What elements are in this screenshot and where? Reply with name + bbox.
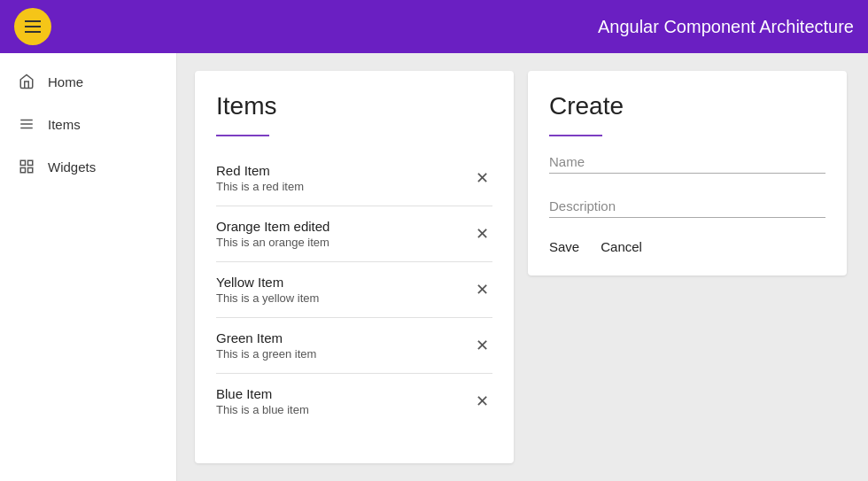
item-text-blue: Blue Item This is a blue item [216, 386, 309, 416]
item-text-yellow: Yellow Item This is a yellow item [216, 275, 319, 305]
svg-rect-4 [28, 160, 33, 165]
item-text-red: Red Item This is a red item [216, 163, 304, 193]
list-item: Green Item This is a green item ✕ [216, 318, 492, 374]
item-desc: This is a green item [216, 347, 316, 361]
menu-button[interactable] [14, 8, 51, 45]
create-panel: Create Save Cancel [528, 71, 847, 275]
main-layout: Home Items Widgets [0, 53, 868, 481]
item-name: Orange Item edited [216, 219, 329, 234]
desc-field-group [549, 195, 825, 218]
item-name: Yellow Item [216, 275, 319, 290]
description-input[interactable] [549, 195, 825, 218]
svg-rect-6 [28, 168, 33, 173]
list-item: Red Item This is a red item ✕ [216, 151, 492, 206]
name-field-group [549, 151, 825, 174]
sidebar-items-label: Items [48, 117, 81, 132]
sidebar: Home Items Widgets [0, 53, 177, 481]
home-icon [18, 73, 35, 90]
menu-icon [25, 26, 41, 27]
item-desc: This is a yellow item [216, 291, 319, 305]
sidebar-item-home[interactable]: Home [0, 60, 176, 103]
delete-yellow-button[interactable]: ✕ [472, 278, 492, 301]
items-panel: Items Red Item This is a red item ✕ Oran… [195, 71, 514, 463]
sidebar-widgets-label: Widgets [48, 159, 96, 175]
delete-green-button[interactable]: ✕ [472, 334, 492, 357]
item-name: Blue Item [216, 386, 309, 401]
list-item: Orange Item edited This is an orange ite… [216, 206, 492, 262]
delete-red-button[interactable]: ✕ [472, 167, 492, 190]
item-desc: This is a red item [216, 180, 304, 193]
cancel-button[interactable]: Cancel [601, 239, 642, 254]
svg-rect-5 [20, 168, 25, 173]
form-actions: Save Cancel [549, 239, 825, 254]
item-desc: This is a blue item [216, 403, 309, 416]
sidebar-home-label: Home [48, 74, 83, 89]
content-area: Items Red Item This is a red item ✕ Oran… [177, 53, 868, 481]
list-item: Blue Item This is a blue item ✕ [216, 374, 492, 429]
create-panel-title: Create [549, 92, 825, 120]
items-panel-title: Items [216, 92, 492, 120]
item-name: Green Item [216, 330, 316, 345]
app-header: Angular Component Architecture [0, 0, 868, 53]
item-text-green: Green Item This is a green item [216, 330, 316, 361]
save-button[interactable]: Save [549, 239, 579, 254]
item-name: Red Item [216, 163, 304, 178]
create-divider [549, 135, 602, 136]
list-item: Yellow Item This is a yellow item ✕ [216, 262, 492, 318]
delete-orange-button[interactable]: ✕ [472, 222, 492, 245]
svg-rect-3 [20, 160, 25, 165]
items-divider [216, 135, 269, 136]
name-input[interactable] [549, 151, 825, 174]
sidebar-item-widgets[interactable]: Widgets [0, 145, 176, 188]
sidebar-item-items[interactable]: Items [0, 103, 176, 145]
app-title: Angular Component Architecture [598, 17, 854, 37]
delete-blue-button[interactable]: ✕ [472, 390, 492, 413]
item-desc: This is an orange item [216, 236, 329, 249]
item-text-orange: Orange Item edited This is an orange ite… [216, 219, 329, 249]
list-icon [18, 115, 35, 133]
widgets-icon [18, 158, 35, 175]
